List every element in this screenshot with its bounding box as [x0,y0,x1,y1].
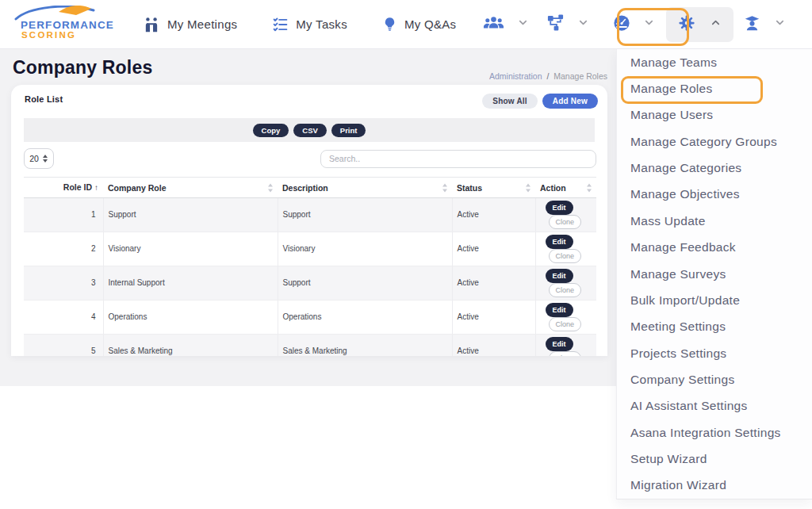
chevron-down-icon [517,17,529,32]
page-size-select[interactable]: 20 [24,148,54,169]
edit-button[interactable]: Edit [546,303,573,317]
menu-item[interactable]: Manage Categories [617,155,812,181]
cell-description: Operations [278,300,452,335]
menu-item[interactable]: Manage Teams [617,49,812,75]
clone-button[interactable]: Clone [549,283,582,297]
sort-icon [525,183,531,192]
header-description[interactable]: Description [278,178,452,198]
sort-icon [267,183,274,192]
cell-description: Support [278,266,452,300]
breadcrumb: Administration / Manage Roles [489,71,607,81]
cell-action: Edit Clone [535,300,596,335]
cell-status: Active [452,335,535,357]
nav-my-meetings[interactable]: My Meetings [143,16,237,33]
menu-item[interactable]: Mass Update [617,208,812,234]
menu-item[interactable]: Meeting Settings [617,314,812,340]
cell-company-role: Support [103,198,278,232]
cell-role-id: 3 [24,266,103,300]
edit-button[interactable]: Edit [546,269,573,283]
nav-my-tasks-label: My Tasks [296,17,347,31]
search-input[interactable] [320,150,596,168]
table-row: 1 Support Support Active Edit Clone [24,198,596,232]
tasks-icon [272,16,289,33]
nav-settings-dropdown[interactable] [666,7,733,42]
menu-item[interactable]: AI Assistant Settings [617,393,812,419]
table-row: 5 Sales & Marketing Sales & Marketing Ac… [24,335,596,357]
header-action[interactable]: Action [535,178,596,198]
card-header: Role List Show All Add New [11,85,607,117]
clone-button[interactable]: Clone [549,317,582,331]
chevron-down-icon [643,17,655,32]
roles-table: Role ID↑ Company Role Description Status [24,177,596,356]
header-status[interactable]: Status [452,178,535,198]
screenshot-root: PERFORMANCE SCORING My Meetings [0,0,812,509]
header-company-role[interactable]: Company Role [103,178,278,198]
header-role-id[interactable]: Role ID↑ [24,178,103,198]
meetings-icon [143,16,160,33]
nav-account-dropdown[interactable] [743,14,786,35]
menu-item[interactable]: Projects Settings [617,340,812,366]
cell-role-id: 2 [24,232,103,266]
cell-action: Edit Clone [535,335,596,357]
sort-asc-icon: ↑ [94,183,98,192]
print-button[interactable]: Print [331,124,366,137]
clone-button[interactable]: Clone [549,215,582,229]
cell-company-role: Internal Support [103,266,278,300]
sort-icon [442,183,448,192]
chevron-up-icon [710,17,722,32]
cell-company-role: Operations [103,300,278,335]
nav-org-dropdown[interactable] [546,13,589,35]
breadcrumb-separator: / [546,71,549,81]
cell-company-role: Sales & Marketing [103,335,278,357]
menu-item[interactable]: Manage Users [617,102,812,128]
brand-logo[interactable]: PERFORMANCE SCORING [11,6,121,44]
cell-action: Edit Clone [535,266,596,300]
menu-item[interactable]: Manage Surveys [617,261,812,287]
breadcrumb-section[interactable]: Administration [489,71,542,81]
page-size-value: 20 [29,154,39,163]
gear-icon [678,14,695,35]
lightbulb-icon [382,16,397,33]
clone-button[interactable]: Clone [549,351,582,356]
settings-menu: Manage TeamsManage RolesManage UsersMana… [616,49,812,499]
nav-my-meetings-label: My Meetings [167,17,237,31]
clone-button[interactable]: Clone [549,249,582,263]
copy-button[interactable]: Copy [253,124,289,137]
menu-item[interactable]: Asana Integration Settings [617,419,812,446]
menu-item[interactable]: Setup Wizard [617,446,812,472]
sitemap-icon [546,13,565,35]
nav-my-qas[interactable]: My Q&As [382,16,456,33]
roles-table-body: 1 Support Support Active Edit Clone 2 Vi… [24,198,596,357]
cell-company-role: Visionary [103,232,278,266]
edit-button[interactable]: Edit [546,235,573,249]
menu-item[interactable]: Company Settings [617,366,812,392]
menu-item[interactable]: Manage Objectives [617,182,812,208]
edit-button[interactable]: Edit [546,201,573,215]
table-controls: 20 [11,148,607,169]
edit-button[interactable]: Edit [546,337,573,351]
users-group-icon [483,14,504,35]
gauge-icon [613,14,630,35]
cell-role-id: 1 [24,198,103,232]
nav-dashboard-dropdown[interactable] [613,14,655,35]
menu-item[interactable]: Bulk Import/Update [617,287,812,313]
cell-action: Edit Clone [535,232,596,266]
menu-item[interactable]: Manage Category Groups [617,128,812,155]
csv-button[interactable]: CSV [293,124,327,137]
export-toolbar: Copy CSV Print [24,118,595,142]
card-title: Role List [25,94,63,104]
sort-icon [586,183,592,192]
cell-status: Active [452,198,535,232]
brand-name-line2: SCORING [21,30,76,40]
show-all-button[interactable]: Show All [482,94,537,109]
menu-item[interactable]: Migration Wizard [617,473,812,499]
cell-status: Active [452,266,535,300]
menu-item[interactable]: Manage Feedback [617,235,812,261]
chevron-down-icon [774,17,786,32]
menu-item[interactable]: Manage Roles [617,75,812,101]
nav-users-dropdown[interactable] [483,14,529,35]
cell-action: Edit Clone [535,198,596,232]
add-new-button[interactable]: Add New [542,94,598,109]
nav-my-tasks[interactable]: My Tasks [272,16,347,33]
page-title: Company Roles [13,57,152,78]
